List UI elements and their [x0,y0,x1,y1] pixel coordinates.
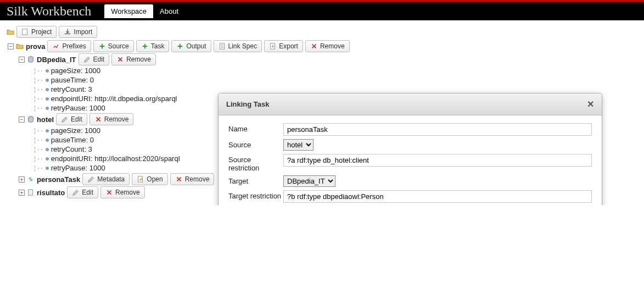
project-icon [16,42,24,50]
source-name: hotel [37,115,54,124]
bullet-icon [46,157,49,161]
database-icon [27,56,35,63]
bullet-icon [46,167,49,170]
remove-task-button[interactable]: Remove [170,173,215,185]
property-row: ¦··retryCount: 3 [7,85,637,93]
remove-project-button[interactable]: Remove [305,40,350,52]
bullet-icon [46,69,49,73]
add-task-button[interactable]: Task [136,40,170,52]
property-row: ¦··pauseTime: 0 [7,76,637,84]
tree-toggle[interactable]: − [19,57,25,63]
import-button[interactable]: Import [59,26,97,38]
property-text: retryPause: 1000 [51,164,105,172]
name-input[interactable] [283,123,592,136]
svg-rect-5 [138,176,143,183]
label-target-restriction: Target restriction [228,190,283,200]
property-text: pageSize: 1000 [51,126,100,135]
task-name: personaTask [37,175,80,184]
bullet-icon [46,107,49,110]
project-button[interactable]: Project [16,26,57,38]
tree-toggle[interactable]: − [19,117,25,123]
bullet-icon [46,79,49,82]
target-select[interactable]: DBpedia_IT [283,175,335,187]
project-name: prova [26,42,45,51]
property-text: pauseTime: 0 [51,76,94,84]
edit-source-button[interactable]: Edit [56,113,87,125]
link-icon [27,175,35,183]
tree-toggle[interactable]: + [19,176,25,183]
source-select[interactable]: hotel [283,139,313,151]
close-icon[interactable]: ✕ [587,99,594,109]
bullet-icon [46,129,49,132]
tree-toggle[interactable]: − [8,43,14,49]
property-text: endpointURI: http://it.dbpedia.org/sparq… [51,95,177,103]
label-source-restriction: Source restriction [228,154,283,172]
file-icon [27,189,35,196]
folder-icon [7,28,14,36]
add-output-button[interactable]: Output [171,40,211,52]
prefixes-button[interactable]: Prefixes [47,40,91,52]
linking-task-dialog: Linking Task ✕ Name Source hotel Source … [218,93,602,205]
open-button[interactable]: Open [132,173,167,185]
property-row: ¦··pageSize: 1000 [7,67,637,75]
source-restriction-input[interactable] [283,154,592,167]
property-text: retryCount: 3 [51,85,92,93]
property-text: pauseTime: 0 [51,136,94,144]
dialog-title: Linking Task [226,100,270,108]
linkspec-button[interactable]: Link Spec [214,40,262,52]
app-title: Silk Workbench [7,4,91,19]
bullet-icon [46,148,49,151]
label-target: Target [228,175,283,185]
label-name: Name [228,123,283,133]
database-icon [27,115,35,123]
remove-source-button[interactable]: Remove [89,113,134,125]
tree-toggle[interactable]: + [19,190,25,196]
bullet-icon [46,139,49,142]
add-source-button[interactable]: Source [93,40,134,52]
remove-source-button[interactable]: Remove [111,53,156,65]
property-text: endpointURI: http://localhost:2020/sparq… [51,154,180,163]
property-text: retryPause: 1000 [51,104,105,112]
target-restriction-input[interactable] [283,190,592,203]
tab-about[interactable]: About [153,4,185,18]
metadata-button[interactable]: Metadata [82,173,130,185]
svg-rect-0 [23,29,27,35]
property-text: retryCount: 3 [51,145,92,153]
tab-workspace[interactable]: Workspace [104,4,153,18]
bullet-icon [46,88,49,91]
edit-result-button[interactable]: Edit [67,186,98,198]
export-button[interactable]: Export [264,40,303,52]
app-header: Silk Workbench Workspace About [0,0,644,20]
edit-source-button[interactable]: Edit [79,53,110,65]
property-text: pageSize: 1000 [51,67,100,75]
remove-result-button[interactable]: Remove [100,186,145,198]
source-name: DBpedia_IT [37,56,76,64]
bullet-icon [46,97,49,101]
label-source: Source [228,139,283,149]
svg-rect-6 [29,190,33,196]
result-name: risultato [37,189,65,197]
